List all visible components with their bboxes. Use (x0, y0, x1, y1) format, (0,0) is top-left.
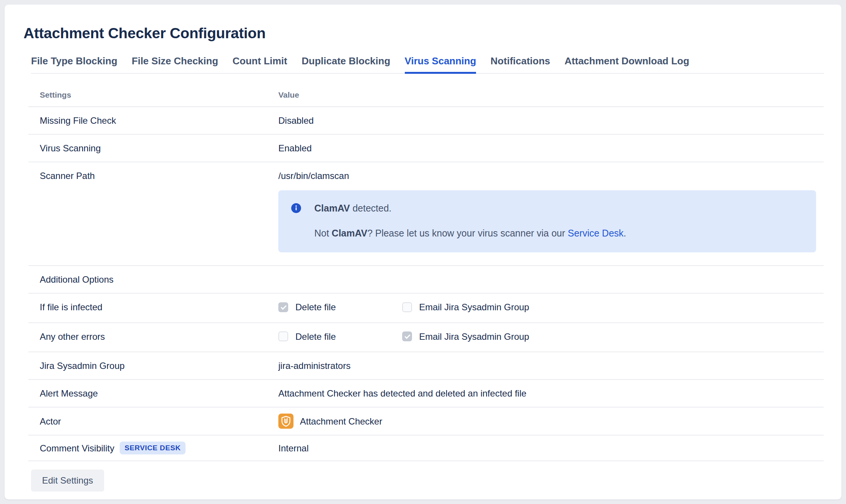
row-value: jira-administrators (278, 360, 824, 371)
tab-bar: File Type Blocking File Size Checking Co… (31, 55, 824, 74)
tab-notifications[interactable]: Notifications (490, 55, 550, 74)
option-delete-file: Delete file (278, 302, 400, 313)
actor-name: Attachment Checker (300, 416, 382, 427)
row-options: Delete file Email Jira Sysadmin Group (278, 302, 824, 314)
table-header-row: Settings Value (28, 82, 824, 107)
tab-attachment-download-log[interactable]: Attachment Download Log (565, 55, 689, 74)
checkbox-email-sysadmin[interactable] (402, 302, 412, 312)
table-row-any-other-errors: Any other errors Delete file Email Jira … (28, 323, 824, 353)
table-row-comment-visibility: Comment Visibility SERVICE DESK Internal (28, 436, 824, 461)
panel-line-1: ClamAV detected. (291, 203, 803, 213)
table-row-additional-options: Additional Options (28, 266, 824, 294)
option-email-sysadmin: Email Jira Sysadmin Group (402, 331, 529, 342)
checkbox-delete-file[interactable] (278, 331, 288, 341)
scanner-path-value: /usr/bin/clamscan (278, 170, 824, 181)
tab-file-type-blocking[interactable]: File Type Blocking (31, 55, 117, 74)
row-label-group: Comment Visibility SERVICE DESK (40, 442, 278, 454)
checkbox-delete-file[interactable] (278, 302, 288, 312)
tab-duplicate-blocking[interactable]: Duplicate Blocking (302, 55, 390, 74)
row-value: Attachment Checker has detected and dele… (278, 388, 824, 399)
settings-table: Settings Value Missing File Check Disabl… (28, 82, 824, 461)
config-card: Attachment Checker Configuration File Ty… (5, 5, 841, 499)
actor-value: Attachment Checker (278, 414, 824, 429)
tab-count-limit[interactable]: Count Limit (233, 55, 287, 74)
table-row-jira-sysadmin-group: Jira Sysadmin Group jira-administrators (28, 352, 824, 380)
service-desk-link[interactable]: Service Desk (568, 228, 623, 238)
row-label: Any other errors (40, 331, 278, 344)
tab-file-size-checking[interactable]: File Size Checking (132, 55, 218, 74)
table-row-virus-scanning: Virus Scanning Enabled (28, 135, 824, 162)
table-row-missing-file-check: Missing File Check Disabled (28, 107, 824, 135)
page-title: Attachment Checker Configuration (23, 25, 841, 42)
row-label: Jira Sysadmin Group (40, 360, 278, 371)
table-row-alert-message: Alert Message Attachment Checker has det… (28, 380, 824, 408)
checkbox-label: Delete file (295, 302, 336, 313)
table-row-if-file-infected: If file is infected Delete file Email Ji… (28, 294, 824, 323)
row-label: Actor (40, 416, 278, 427)
row-value: Enabled (278, 143, 824, 154)
column-header-value: Value (278, 90, 824, 100)
row-label: Virus Scanning (40, 143, 278, 154)
row-label: Comment Visibility (40, 443, 114, 454)
table-row-actor: Actor Attachment Checker (28, 408, 824, 436)
table-row-scanner-path: Scanner Path /usr/bin/clamscan ClamAV de… (28, 162, 824, 266)
row-label: Alert Message (40, 388, 278, 399)
row-value: Disabled (278, 115, 824, 126)
option-email-sysadmin: Email Jira Sysadmin Group (402, 302, 529, 313)
service-desk-badge: SERVICE DESK (120, 442, 186, 454)
info-icon (291, 203, 301, 213)
section-label: Additional Options (40, 274, 278, 285)
panel-line-1-text: ClamAV detected. (314, 203, 392, 213)
checkbox-label: Email Jira Sysadmin Group (419, 302, 529, 313)
row-options: Delete file Email Jira Sysadmin Group (278, 331, 824, 344)
row-value-cell: /usr/bin/clamscan ClamAV detected. Not C… (278, 170, 824, 257)
option-delete-file: Delete file (278, 331, 400, 342)
column-header-settings: Settings (40, 90, 278, 100)
clamav-info-panel: ClamAV detected. Not ClamAV? Please let … (278, 190, 816, 252)
row-label: If file is infected (40, 302, 278, 314)
checkbox-email-sysadmin[interactable] (402, 331, 412, 341)
edit-settings-button[interactable]: Edit Settings (31, 470, 104, 492)
row-label: Missing File Check (40, 115, 278, 126)
shield-paperclip-icon (278, 414, 293, 429)
checkbox-label: Email Jira Sysadmin Group (419, 331, 529, 342)
row-value: Internal (278, 443, 824, 454)
checkbox-label: Delete file (295, 331, 336, 342)
panel-line-2-text: Not ClamAV? Please let us know your viru… (314, 228, 803, 238)
tab-virus-scanning[interactable]: Virus Scanning (405, 55, 476, 74)
row-label: Scanner Path (40, 170, 278, 257)
